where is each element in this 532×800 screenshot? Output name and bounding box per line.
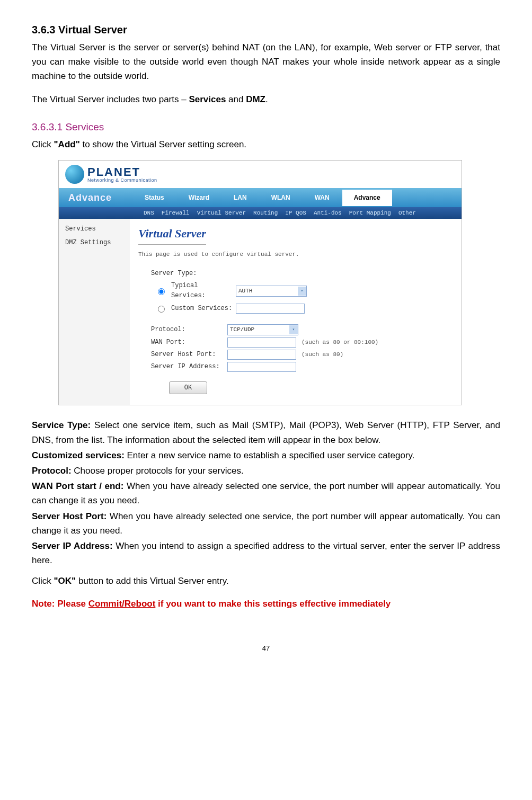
input-custom-services[interactable] xyxy=(236,304,305,314)
radio-typical-services[interactable] xyxy=(158,288,165,295)
subtab-port-mapping[interactable]: Port Mapping xyxy=(349,209,391,218)
shot-header: PLANET Networking & Communication xyxy=(59,161,462,188)
bold-text: DMZ xyxy=(246,94,265,104)
paragraph: Click "OK" button to add this Virtual Se… xyxy=(32,574,500,588)
secondary-nav: DNS Firewall Virtual Server Routing IP Q… xyxy=(59,207,462,219)
page-number: 47 xyxy=(32,643,500,654)
shot-body: Services DMZ Settings Virtual Server Thi… xyxy=(59,219,462,405)
note-underline: Commit/Reboot xyxy=(88,599,156,609)
hint-wan-port: (such as 80 or 80:100) xyxy=(302,338,378,348)
tab-status[interactable]: Status xyxy=(133,190,176,206)
input-server-ip[interactable] xyxy=(227,362,296,372)
form: Server Type: Typical Services: AUTH ▾ Cu… xyxy=(151,269,453,394)
label-host-port: Server Host Port: xyxy=(151,350,225,360)
def-label: Server Host Port: xyxy=(32,511,110,521)
tab-advance[interactable]: Advance xyxy=(342,190,392,206)
label-protocol: Protocol: xyxy=(151,325,225,335)
text: The Virtual Server includes two parts – xyxy=(32,94,189,104)
input-host-port[interactable] xyxy=(227,350,296,360)
section-title: 3.6.3 Virtual Server xyxy=(32,21,500,38)
label-typical-services: Typical Services: xyxy=(171,281,234,301)
def-text: Enter a new service name to establish a … xyxy=(127,450,415,460)
text: and xyxy=(226,94,246,104)
def-label: Protocol: xyxy=(32,466,74,476)
text: Click xyxy=(32,576,54,586)
subtab-dns[interactable]: DNS xyxy=(144,209,154,218)
hint-host-port: (such as 80) xyxy=(302,350,343,360)
bold-text: "OK" xyxy=(54,576,76,586)
label-wan-port: WAN Port: xyxy=(151,337,225,348)
panel-title: Virtual Server xyxy=(138,224,206,244)
text: to show the Virtual Server setting scree… xyxy=(80,139,246,149)
def-label: Server IP Address: xyxy=(32,541,116,551)
definitions: Service Type: Select one service item, s… xyxy=(32,418,500,567)
subtab-antidos[interactable]: Anti-dos xyxy=(314,209,342,218)
subsection-title: 3.6.3.1 Services xyxy=(32,119,500,135)
sidebar-item-dmz[interactable]: DMZ Settings xyxy=(65,238,123,248)
tab-wan[interactable]: WAN xyxy=(303,190,341,206)
tab-bar: Status Wizard LAN WLAN WAN Advance xyxy=(133,190,392,206)
select-typical-services[interactable]: AUTH ▾ xyxy=(236,286,307,297)
main-panel: Virtual Server This page is used to conf… xyxy=(130,219,462,405)
tab-wizard[interactable]: Wizard xyxy=(177,190,221,206)
nav-section-label: Advance xyxy=(68,190,112,206)
select-typical-value: AUTH xyxy=(238,287,252,296)
note-post: if you want to make this settings effect… xyxy=(155,599,391,609)
chevron-down-icon: ▾ xyxy=(298,287,306,296)
paragraph: Click "Add" to show the Virtual Server s… xyxy=(32,137,500,152)
select-protocol[interactable]: TCP/UDP ▾ xyxy=(227,324,298,335)
note-warning: Note: Please Commit/Reboot if you want t… xyxy=(32,597,500,611)
input-wan-port[interactable] xyxy=(227,337,296,348)
subtab-routing[interactable]: Routing xyxy=(253,209,278,218)
tab-wlan[interactable]: WLAN xyxy=(260,190,302,206)
planet-logo-icon xyxy=(65,165,84,184)
embedded-screenshot: PLANET Networking & Communication Advanc… xyxy=(58,160,462,405)
bold-text: "Add" xyxy=(54,139,80,149)
ok-button[interactable]: OK xyxy=(169,381,207,394)
text: button to add this Virtual Server entry. xyxy=(76,576,229,586)
def-text: Select one service item, such as Mail (S… xyxy=(32,420,500,445)
paragraph: The Virtual Server is the server or serv… xyxy=(32,40,500,84)
text: Click xyxy=(32,139,54,149)
label-server-ip: Server IP Address: xyxy=(151,362,225,372)
bold-text: Services xyxy=(189,94,226,104)
subtab-other[interactable]: Other xyxy=(398,209,416,218)
label-custom-services: Custom Services: xyxy=(171,304,234,314)
primary-nav: Advance Status Wizard LAN WLAN WAN Advan… xyxy=(59,188,462,207)
paragraph: The Virtual Server includes two parts – … xyxy=(32,92,500,106)
def-label: Customized services: xyxy=(32,450,127,460)
brand-text: PLANET Networking & Communication xyxy=(87,166,157,183)
tab-lan[interactable]: LAN xyxy=(222,190,259,206)
sidebar: Services DMZ Settings xyxy=(59,219,130,405)
note-pre: Note: Please xyxy=(32,599,88,609)
select-protocol-value: TCP/UDP xyxy=(230,325,254,335)
radio-custom-services[interactable] xyxy=(158,306,165,313)
def-text: Choose proper protocols for your service… xyxy=(74,466,243,476)
subtab-ipqos[interactable]: IP QOS xyxy=(285,209,306,218)
brand-name: PLANET xyxy=(87,166,157,178)
label-server-type: Server Type: xyxy=(151,269,197,279)
chevron-down-icon: ▾ xyxy=(289,325,298,334)
def-label: WAN Port start / end: xyxy=(32,481,127,491)
panel-description: This page is used to configure virtual s… xyxy=(138,250,453,260)
subtab-virtual-server[interactable]: Virtual Server xyxy=(197,209,246,218)
brand-tagline: Networking & Communication xyxy=(87,178,157,183)
brand-logo: PLANET Networking & Communication xyxy=(65,165,455,184)
def-label: Service Type: xyxy=(32,420,94,430)
text: . xyxy=(265,94,268,104)
sidebar-item-services[interactable]: Services xyxy=(65,224,123,234)
subtab-firewall[interactable]: Firewall xyxy=(162,209,190,218)
